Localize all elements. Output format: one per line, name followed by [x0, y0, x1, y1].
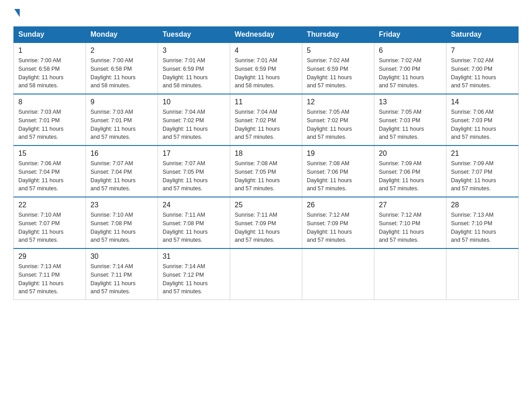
day-number: 12: [307, 98, 369, 106]
day-info: Sunrise: 7:06 AM Sunset: 7:03 PM Dayligh…: [451, 108, 514, 141]
day-number: 15: [18, 150, 81, 158]
day-number: 10: [163, 98, 225, 106]
calendar-cell: 12 Sunrise: 7:05 AM Sunset: 7:02 PM Dayl…: [302, 94, 374, 146]
day-info: Sunrise: 7:04 AM Sunset: 7:02 PM Dayligh…: [235, 108, 297, 141]
calendar-cell: 11 Sunrise: 7:04 AM Sunset: 7:02 PM Dayl…: [230, 94, 302, 146]
day-info: Sunrise: 7:08 AM Sunset: 7:06 PM Dayligh…: [307, 159, 369, 193]
day-number: 24: [163, 201, 225, 209]
day-info: Sunrise: 7:10 AM Sunset: 7:08 PM Dayligh…: [90, 211, 153, 244]
calendar-cell: 30 Sunrise: 7:14 AM Sunset: 7:11 PM Dayl…: [86, 248, 158, 300]
day-number: 22: [18, 201, 81, 209]
calendar-cell: [446, 248, 519, 300]
day-info: Sunrise: 7:14 AM Sunset: 7:11 PM Dayligh…: [90, 262, 153, 296]
day-info: Sunrise: 7:13 AM Sunset: 7:10 PM Dayligh…: [451, 211, 514, 244]
day-number: 31: [163, 253, 225, 261]
day-info: Sunrise: 7:12 AM Sunset: 7:10 PM Dayligh…: [379, 211, 442, 244]
calendar-cell: 28 Sunrise: 7:13 AM Sunset: 7:10 PM Dayl…: [446, 197, 519, 248]
calendar-cell: 9 Sunrise: 7:03 AM Sunset: 7:01 PM Dayli…: [86, 94, 158, 146]
calendar-header-friday: Friday: [374, 27, 446, 43]
page-header: [13, 9, 519, 18]
day-number: 20: [379, 150, 442, 158]
calendar-cell: 29 Sunrise: 7:13 AM Sunset: 7:11 PM Dayl…: [14, 248, 86, 300]
day-number: 26: [307, 201, 369, 209]
day-number: 13: [379, 98, 442, 106]
day-number: 29: [18, 253, 81, 261]
calendar-cell: 18 Sunrise: 7:08 AM Sunset: 7:05 PM Dayl…: [230, 146, 302, 197]
day-info: Sunrise: 7:02 AM Sunset: 7:00 PM Dayligh…: [379, 56, 442, 90]
day-number: 4: [235, 47, 297, 55]
calendar-cell: 4 Sunrise: 7:01 AM Sunset: 6:59 PM Dayli…: [230, 43, 302, 94]
calendar-header-wednesday: Wednesday: [230, 27, 302, 43]
day-info: Sunrise: 7:11 AM Sunset: 7:09 PM Dayligh…: [235, 211, 297, 244]
day-info: Sunrise: 7:13 AM Sunset: 7:11 PM Dayligh…: [18, 262, 81, 296]
day-number: 28: [451, 201, 514, 209]
calendar-cell: 16 Sunrise: 7:07 AM Sunset: 7:04 PM Dayl…: [86, 146, 158, 197]
day-number: 16: [90, 150, 153, 158]
logo: [13, 9, 20, 18]
day-number: 14: [451, 98, 514, 106]
day-number: 5: [307, 47, 369, 55]
day-number: 6: [379, 47, 442, 55]
calendar-cell: [230, 248, 302, 300]
week-row-1: 1 Sunrise: 7:00 AM Sunset: 6:58 PM Dayli…: [14, 43, 519, 94]
day-info: Sunrise: 7:03 AM Sunset: 7:01 PM Dayligh…: [90, 108, 153, 141]
calendar-cell: 2 Sunrise: 7:00 AM Sunset: 6:58 PM Dayli…: [86, 43, 158, 94]
day-info: Sunrise: 7:01 AM Sunset: 6:59 PM Dayligh…: [235, 56, 297, 90]
day-number: 25: [235, 201, 297, 209]
calendar-cell: 22 Sunrise: 7:10 AM Sunset: 7:07 PM Dayl…: [14, 197, 86, 248]
day-info: Sunrise: 7:07 AM Sunset: 7:05 PM Dayligh…: [163, 159, 225, 193]
calendar-cell: 14 Sunrise: 7:06 AM Sunset: 7:03 PM Dayl…: [446, 94, 519, 146]
calendar-cell: 31 Sunrise: 7:14 AM Sunset: 7:12 PM Dayl…: [158, 248, 230, 300]
calendar-cell: 24 Sunrise: 7:11 AM Sunset: 7:08 PM Dayl…: [158, 197, 230, 248]
day-number: 27: [379, 201, 442, 209]
calendar-cell: 23 Sunrise: 7:10 AM Sunset: 7:08 PM Dayl…: [86, 197, 158, 248]
calendar-cell: 26 Sunrise: 7:12 AM Sunset: 7:09 PM Dayl…: [302, 197, 374, 248]
day-number: 19: [307, 150, 369, 158]
calendar-cell: 3 Sunrise: 7:01 AM Sunset: 6:59 PM Dayli…: [158, 43, 230, 94]
week-row-5: 29 Sunrise: 7:13 AM Sunset: 7:11 PM Dayl…: [14, 248, 519, 300]
day-info: Sunrise: 7:09 AM Sunset: 7:07 PM Dayligh…: [451, 159, 514, 193]
calendar-cell: 13 Sunrise: 7:05 AM Sunset: 7:03 PM Dayl…: [374, 94, 446, 146]
calendar-cell: 19 Sunrise: 7:08 AM Sunset: 7:06 PM Dayl…: [302, 146, 374, 197]
day-info: Sunrise: 7:02 AM Sunset: 7:00 PM Dayligh…: [451, 56, 514, 90]
week-row-3: 15 Sunrise: 7:06 AM Sunset: 7:04 PM Dayl…: [14, 146, 519, 197]
calendar-header-saturday: Saturday: [446, 27, 519, 43]
calendar-cell: 27 Sunrise: 7:12 AM Sunset: 7:10 PM Dayl…: [374, 197, 446, 248]
week-row-4: 22 Sunrise: 7:10 AM Sunset: 7:07 PM Dayl…: [14, 197, 519, 248]
day-info: Sunrise: 7:12 AM Sunset: 7:09 PM Dayligh…: [307, 211, 369, 244]
calendar-header-row: SundayMondayTuesdayWednesdayThursdayFrid…: [14, 27, 519, 43]
calendar-table: SundayMondayTuesdayWednesdayThursdayFrid…: [13, 26, 519, 300]
day-info: Sunrise: 7:07 AM Sunset: 7:04 PM Dayligh…: [90, 159, 153, 193]
calendar-cell: 8 Sunrise: 7:03 AM Sunset: 7:01 PM Dayli…: [14, 94, 86, 146]
day-number: 7: [451, 47, 514, 55]
day-info: Sunrise: 7:00 AM Sunset: 6:58 PM Dayligh…: [18, 56, 81, 90]
day-number: 18: [235, 150, 297, 158]
calendar-cell: 6 Sunrise: 7:02 AM Sunset: 7:00 PM Dayli…: [374, 43, 446, 94]
calendar-cell: 10 Sunrise: 7:04 AM Sunset: 7:02 PM Dayl…: [158, 94, 230, 146]
day-info: Sunrise: 7:02 AM Sunset: 6:59 PM Dayligh…: [307, 56, 369, 90]
day-info: Sunrise: 7:06 AM Sunset: 7:04 PM Dayligh…: [18, 159, 81, 193]
calendar-cell: 7 Sunrise: 7:02 AM Sunset: 7:00 PM Dayli…: [446, 43, 519, 94]
day-info: Sunrise: 7:00 AM Sunset: 6:58 PM Dayligh…: [90, 56, 153, 90]
day-info: Sunrise: 7:01 AM Sunset: 6:59 PM Dayligh…: [163, 56, 225, 90]
calendar-cell: 5 Sunrise: 7:02 AM Sunset: 6:59 PM Dayli…: [302, 43, 374, 94]
calendar-cell: [302, 248, 374, 300]
day-number: 17: [163, 150, 225, 158]
day-number: 8: [18, 98, 81, 106]
day-info: Sunrise: 7:03 AM Sunset: 7:01 PM Dayligh…: [18, 108, 81, 141]
calendar-cell: 15 Sunrise: 7:06 AM Sunset: 7:04 PM Dayl…: [14, 146, 86, 197]
calendar-header-thursday: Thursday: [302, 27, 374, 43]
logo-triangle-icon: [14, 9, 20, 17]
day-info: Sunrise: 7:08 AM Sunset: 7:05 PM Dayligh…: [235, 159, 297, 193]
day-info: Sunrise: 7:04 AM Sunset: 7:02 PM Dayligh…: [163, 108, 225, 141]
week-row-2: 8 Sunrise: 7:03 AM Sunset: 7:01 PM Dayli…: [14, 94, 519, 146]
day-number: 9: [90, 98, 153, 106]
calendar-cell: 21 Sunrise: 7:09 AM Sunset: 7:07 PM Dayl…: [446, 146, 519, 197]
day-number: 1: [18, 47, 81, 55]
calendar-header-monday: Monday: [86, 27, 158, 43]
calendar-cell: [374, 248, 446, 300]
calendar-cell: 17 Sunrise: 7:07 AM Sunset: 7:05 PM Dayl…: [158, 146, 230, 197]
day-number: 30: [90, 253, 153, 261]
day-number: 23: [90, 201, 153, 209]
day-info: Sunrise: 7:10 AM Sunset: 7:07 PM Dayligh…: [18, 211, 81, 244]
